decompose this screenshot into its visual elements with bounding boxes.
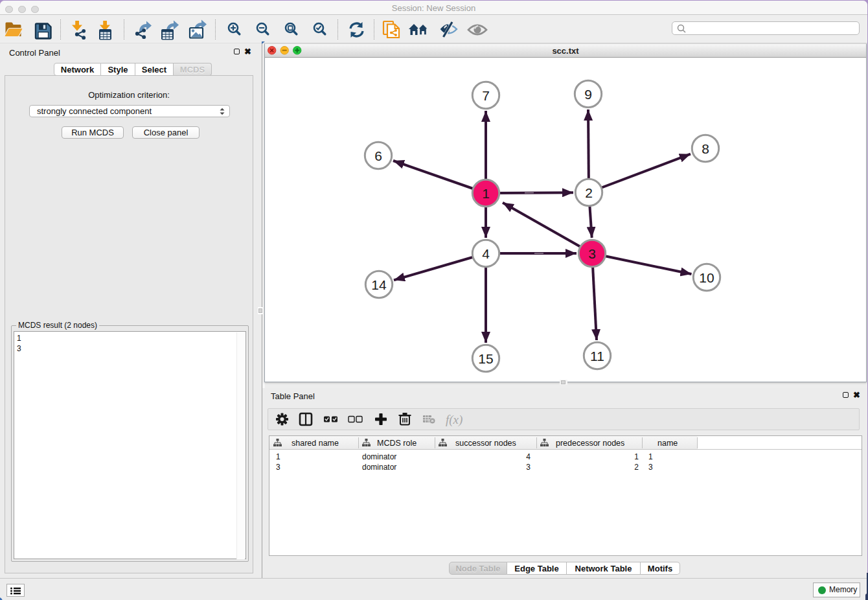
svg-text:6: 6: [374, 148, 382, 163]
svg-text:name: name: [657, 439, 678, 448]
svg-text:2: 2: [585, 185, 593, 200]
svg-text:f(x): f(x): [446, 413, 463, 427]
svg-text:7: 7: [482, 88, 490, 103]
svg-text:successor nodes: successor nodes: [455, 439, 516, 448]
svg-text:14: 14: [371, 277, 387, 292]
svg-text:3: 3: [588, 246, 596, 261]
svg-text:11: 11: [590, 349, 604, 363]
svg-text:predecessor nodes: predecessor nodes: [556, 439, 624, 448]
svg-text:shared name: shared name: [291, 439, 339, 448]
svg-text:10: 10: [699, 270, 714, 285]
svg-text:MCDS role: MCDS role: [377, 439, 417, 448]
svg-text:9: 9: [584, 87, 592, 102]
svg-text:8: 8: [702, 141, 709, 156]
svg-text:1: 1: [482, 186, 490, 201]
svg-text:4: 4: [482, 246, 490, 261]
svg-text:15: 15: [478, 351, 493, 366]
